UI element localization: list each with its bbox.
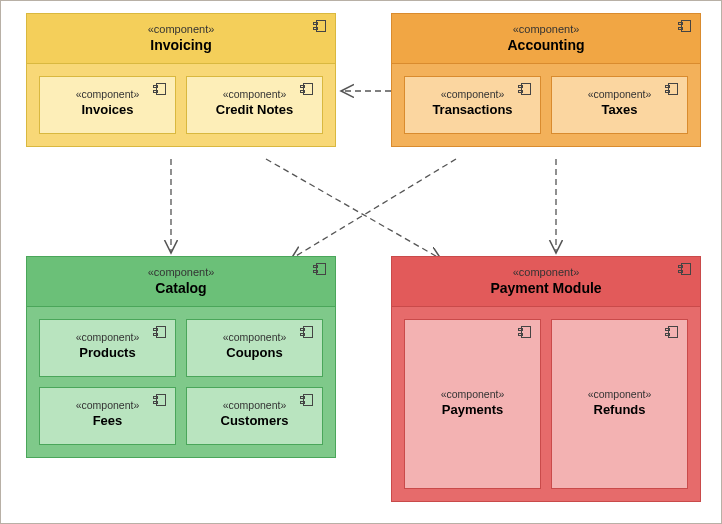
component-icon bbox=[300, 83, 314, 95]
stereotype-label: «component» bbox=[392, 265, 700, 279]
stereotype-label: «component» bbox=[193, 398, 316, 412]
subcomponent-taxes[interactable]: «component» Taxes bbox=[551, 76, 688, 134]
component-icon bbox=[518, 326, 532, 338]
subcomponent-title: Payments bbox=[411, 401, 534, 419]
stereotype-label: «component» bbox=[392, 22, 700, 36]
component-icon bbox=[153, 394, 167, 406]
subcomponent-title: Taxes bbox=[558, 101, 681, 119]
component-icon bbox=[153, 83, 167, 95]
component-icon bbox=[665, 83, 679, 95]
component-title: Payment Module bbox=[392, 279, 700, 297]
component-icon bbox=[300, 326, 314, 338]
subcomponent-payments[interactable]: «component» Payments bbox=[404, 319, 541, 489]
subcomponent-refunds[interactable]: «component» Refunds bbox=[551, 319, 688, 489]
component-catalog[interactable]: «component» Catalog «component» Products… bbox=[26, 256, 336, 458]
subcomponent-title: Products bbox=[46, 344, 169, 362]
stereotype-label: «component» bbox=[558, 387, 681, 401]
subcomponent-products[interactable]: «component» Products bbox=[39, 319, 176, 377]
svg-line-4 bbox=[291, 159, 456, 259]
component-icon bbox=[313, 20, 327, 32]
subcomponent-transactions[interactable]: «component» Transactions bbox=[404, 76, 541, 134]
component-icon bbox=[678, 20, 692, 32]
subcomponent-credit-notes[interactable]: «component» Credit Notes bbox=[186, 76, 323, 134]
subcomponent-title: Customers bbox=[193, 412, 316, 430]
component-header: «component» Accounting bbox=[392, 14, 700, 64]
component-icon bbox=[678, 263, 692, 275]
component-title: Catalog bbox=[27, 279, 335, 297]
component-body: «component» Payments «component» Refunds bbox=[392, 307, 700, 501]
stereotype-label: «component» bbox=[46, 330, 169, 344]
stereotype-label: «component» bbox=[193, 330, 316, 344]
component-header: «component» Catalog bbox=[27, 257, 335, 307]
component-accounting[interactable]: «component» Accounting «component» Trans… bbox=[391, 13, 701, 147]
stereotype-label: «component» bbox=[27, 22, 335, 36]
component-icon bbox=[518, 83, 532, 95]
component-icon bbox=[300, 394, 314, 406]
component-payment-module[interactable]: «component» Payment Module «component» P… bbox=[391, 256, 701, 502]
subcomponent-title: Transactions bbox=[411, 101, 534, 119]
subcomponent-title: Refunds bbox=[558, 401, 681, 419]
stereotype-label: «component» bbox=[46, 87, 169, 101]
component-icon bbox=[153, 326, 167, 338]
component-body: «component» Invoices «component» Credit … bbox=[27, 64, 335, 146]
stereotype-label: «component» bbox=[46, 398, 169, 412]
component-body: «component» Transactions «component» Tax… bbox=[392, 64, 700, 146]
component-invoicing[interactable]: «component» Invoicing «component» Invoic… bbox=[26, 13, 336, 147]
subcomponent-title: Fees bbox=[46, 412, 169, 430]
stereotype-label: «component» bbox=[411, 87, 534, 101]
stereotype-label: «component» bbox=[411, 387, 534, 401]
stereotype-label: «component» bbox=[193, 87, 316, 101]
component-header: «component» Payment Module bbox=[392, 257, 700, 307]
component-icon bbox=[665, 326, 679, 338]
subcomponent-coupons[interactable]: «component» Coupons bbox=[186, 319, 323, 377]
subcomponent-fees[interactable]: «component» Fees bbox=[39, 387, 176, 445]
component-header: «component» Invoicing bbox=[27, 14, 335, 64]
subcomponent-title: Coupons bbox=[193, 344, 316, 362]
component-icon bbox=[313, 263, 327, 275]
stereotype-label: «component» bbox=[27, 265, 335, 279]
stereotype-label: «component» bbox=[558, 87, 681, 101]
component-title: Invoicing bbox=[27, 36, 335, 54]
component-body: «component» Products «component» Coupons… bbox=[27, 307, 335, 457]
subcomponent-title: Invoices bbox=[46, 101, 169, 119]
subcomponent-title: Credit Notes bbox=[193, 101, 316, 119]
subcomponent-customers[interactable]: «component» Customers bbox=[186, 387, 323, 445]
subcomponent-invoices[interactable]: «component» Invoices bbox=[39, 76, 176, 134]
svg-line-3 bbox=[266, 159, 441, 259]
component-title: Accounting bbox=[392, 36, 700, 54]
diagram-canvas: «component» Invoicing «component» Invoic… bbox=[0, 0, 722, 524]
